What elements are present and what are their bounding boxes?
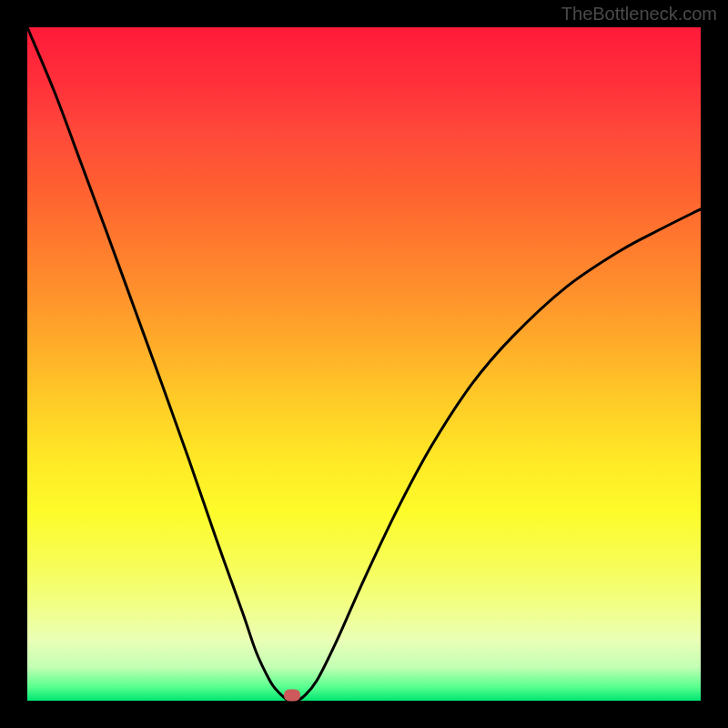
bottleneck-curve xyxy=(27,27,701,701)
watermark-text: TheBottleneck.com xyxy=(561,4,717,25)
chart-plot-area xyxy=(27,27,701,701)
bottleneck-marker xyxy=(284,690,300,702)
